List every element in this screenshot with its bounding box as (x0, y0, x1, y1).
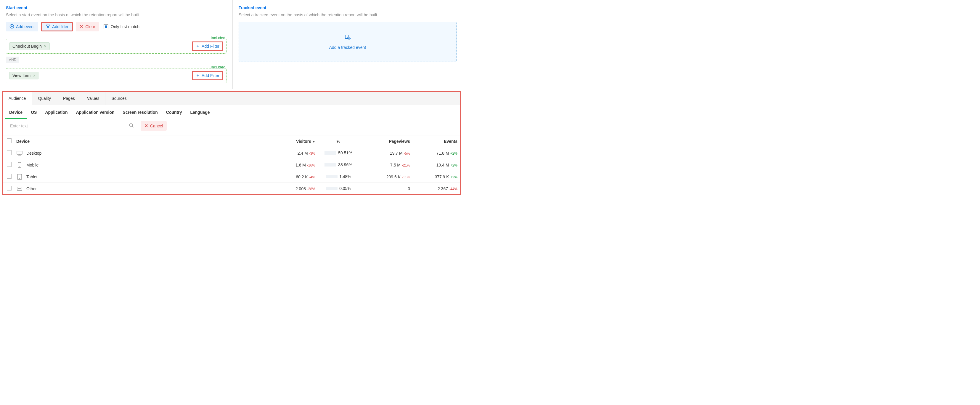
device-name: Tablet (26, 174, 37, 179)
main-tabs: Audience Quality Pages Values Sources (3, 92, 460, 105)
add-filter-label: Add filter (52, 24, 68, 29)
row-checkbox[interactable] (7, 186, 11, 190)
tab-quality[interactable]: Quality (32, 92, 57, 105)
subtab-country[interactable]: Country (162, 105, 186, 119)
col-pageviews[interactable]: Pageviews (359, 136, 412, 147)
add-filter-inline-button[interactable]: ＋ Add Filter (192, 71, 223, 80)
subtab-os[interactable]: OS (27, 105, 41, 119)
plus-icon: ＋ (196, 43, 200, 49)
start-event-item: Checkout Begin × ＋ Add Filter (6, 39, 226, 54)
start-event-item: View Item × ＋ Add Filter (6, 68, 226, 83)
subtab-language[interactable]: Language (186, 105, 214, 119)
start-event-title: Start event (6, 5, 226, 10)
svg-line-7 (132, 126, 134, 128)
event-chip-label: Checkout Begin (13, 44, 42, 49)
checkbox-icon (103, 24, 108, 29)
percent-bar: 59.51% (325, 150, 352, 155)
pageviews-value: 0 (408, 187, 410, 191)
subtab-application[interactable]: Application (41, 105, 72, 119)
percent-bar: 1.48% (326, 174, 351, 179)
clear-button[interactable]: Clear (76, 22, 99, 32)
svg-rect-10 (17, 151, 22, 155)
col-events[interactable]: Events (412, 136, 460, 147)
tab-values[interactable]: Values (81, 92, 106, 105)
search-icon (129, 123, 134, 129)
visitors-delta: -38% (307, 187, 315, 191)
plus-circle-icon (10, 24, 14, 30)
visitors-value: 2 008 (296, 187, 306, 191)
col-device[interactable]: Device (14, 136, 279, 147)
sub-tabs: Device OS Application Application versio… (3, 105, 460, 119)
add-filter-inline-button[interactable]: ＋ Add Filter (192, 41, 223, 51)
visitors-value: 60.2 K (296, 174, 308, 179)
row-checkbox[interactable] (7, 162, 11, 167)
add-filter-inline-label: Add Filter (202, 73, 220, 78)
percent-value: 59.51% (338, 150, 352, 155)
percent-bar: 0.05% (326, 186, 351, 191)
remove-icon[interactable]: × (33, 73, 35, 78)
events-value: 19.4 M (436, 163, 449, 167)
select-all-checkbox[interactable] (7, 138, 11, 143)
filter-icon (46, 24, 50, 30)
cancel-button[interactable]: Cancel (141, 121, 167, 131)
event-chip-label: View Item (13, 73, 30, 78)
cursor-click-icon (344, 34, 351, 41)
mobile-icon (16, 163, 23, 168)
and-connector: AND (6, 57, 19, 63)
add-filter-button[interactable]: Add filter (41, 22, 73, 32)
device-table: Device Visitors▼ % Pageviews Events Desk… (3, 135, 460, 195)
search-input[interactable] (7, 121, 137, 131)
add-event-label: Add event (16, 24, 35, 29)
only-first-match-toggle[interactable]: Only first match (103, 24, 140, 29)
col-percent[interactable]: % (318, 136, 359, 147)
events-value: 2 367 (438, 187, 448, 191)
start-event-panel: Start event Select a start event on the … (0, 0, 233, 89)
add-filter-inline-label: Add Filter (202, 44, 220, 49)
event-chip[interactable]: Checkout Begin × (9, 42, 50, 50)
tab-pages[interactable]: Pages (57, 92, 81, 105)
table-row: Other2 008-38%0.05%02 367-44% (3, 183, 460, 195)
subtab-device[interactable]: Device (5, 105, 27, 119)
row-checkbox[interactable] (7, 150, 11, 155)
events-value: 71.8 M (436, 151, 449, 156)
pageviews-value: 19.7 M (390, 151, 402, 156)
plus-icon: ＋ (196, 73, 200, 78)
add-event-button[interactable]: Add event (6, 22, 38, 32)
clear-label: Clear (85, 24, 95, 29)
pageviews-value: 209.6 K (387, 174, 401, 179)
col-visitors-label: Visitors (296, 139, 311, 144)
table-row: Mobile1.6 M-16%38.96%7.5 M-21%19.4 M+2% (3, 159, 460, 171)
start-event-desc: Select a start event on the basis of whi… (6, 13, 226, 17)
event-chip[interactable]: View Item × (9, 72, 38, 80)
remove-icon[interactable]: × (44, 44, 46, 49)
subtab-app-version[interactable]: Application version (72, 105, 119, 119)
events-delta: +2% (450, 151, 457, 156)
subtab-screen-resolution[interactable]: Screen resolution (119, 105, 162, 119)
tracked-drop-label: Add a tracked event (329, 45, 366, 50)
visitors-value: 2.4 M (298, 151, 308, 156)
percent-bar: 38.96% (325, 163, 352, 167)
filter-row: Cancel (3, 119, 460, 135)
close-icon (144, 124, 148, 129)
add-tracked-event-dropzone[interactable]: Add a tracked event (239, 22, 457, 62)
col-visitors[interactable]: Visitors▼ (279, 136, 318, 147)
start-event-actions: Add event Add filter Clear Only (6, 22, 226, 32)
visitors-delta: -16% (307, 163, 315, 167)
svg-point-19 (19, 188, 20, 189)
visitors-delta: -3% (309, 151, 315, 156)
tracked-event-title: Tracked event (239, 5, 457, 10)
svg-point-16 (19, 179, 20, 179)
close-icon (80, 24, 83, 29)
device-name: Other (26, 187, 37, 191)
row-checkbox[interactable] (7, 174, 11, 179)
tablet-icon (16, 174, 23, 180)
tab-audience[interactable]: Audience (3, 92, 32, 105)
events-value: 377.9 K (434, 174, 449, 179)
events-delta: -44% (449, 187, 457, 191)
percent-value: 38.96% (338, 163, 352, 167)
other-icon (16, 186, 23, 191)
desktop-icon (16, 150, 23, 156)
svg-point-18 (18, 188, 19, 189)
percent-value: 0.05% (339, 186, 351, 191)
tab-sources[interactable]: Sources (105, 92, 133, 105)
